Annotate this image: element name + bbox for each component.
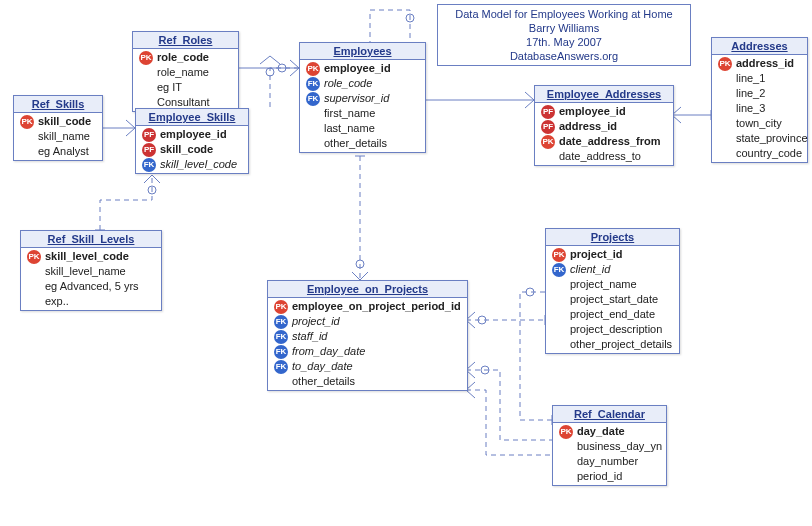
attribute-row: FKskill_level_code <box>136 157 248 172</box>
fk-key-icon: FK <box>274 315 288 329</box>
attribute-row: PKrole_code <box>133 50 238 65</box>
blank-key-icon <box>139 88 153 102</box>
pk-key-icon: PK <box>541 135 555 149</box>
blank-key-icon <box>552 278 566 292</box>
attribute-label: day_number <box>577 454 638 469</box>
attribute-label: day_date <box>577 424 625 439</box>
entity-title-link[interactable]: Addresses <box>731 40 787 52</box>
entity-header: Employee_Skills <box>136 109 248 126</box>
attribute-label: eg Analyst <box>38 144 89 159</box>
entity-header: Addresses <box>712 38 807 55</box>
title-line-4: DatabaseAnswers.org <box>448 49 680 63</box>
attribute-row: eg IT Consultant <box>133 80 238 110</box>
entity-ref-skills: Ref_Skills PKskill_codeskill_nameeg Anal… <box>13 95 103 161</box>
attribute-row: line_2 <box>712 86 807 101</box>
attribute-row: date_address_to <box>535 149 673 164</box>
attribute-label: skill_name <box>38 129 90 144</box>
attribute-row: PFaddress_id <box>535 119 673 134</box>
title-line-1: Data Model for Employees Working at Home <box>448 7 680 21</box>
fk-key-icon: FK <box>306 92 320 106</box>
blank-key-icon <box>20 145 34 159</box>
attribute-label: other_project_details <box>570 337 672 352</box>
blank-key-icon <box>27 287 41 301</box>
entity-header: Ref_Skills <box>14 96 102 113</box>
entity-title-link[interactable]: Ref_Skills <box>32 98 85 110</box>
blank-key-icon <box>552 293 566 307</box>
entity-ref-roles: Ref_Roles PKrole_coderole_nameeg IT Cons… <box>132 31 239 112</box>
attribute-row: project_end_date <box>546 307 679 322</box>
blank-key-icon <box>27 265 41 279</box>
attribute-row: skill_level_name <box>21 264 161 279</box>
attribute-label: last_name <box>324 121 375 136</box>
entity-employees: Employees PKemployee_idFKrole_codeFKsupe… <box>299 42 426 153</box>
svg-point-5 <box>478 316 486 324</box>
attribute-label: role_code <box>157 50 209 65</box>
attribute-label: skill_code <box>160 142 213 157</box>
attribute-label: role_code <box>324 76 372 91</box>
attribute-row: PFemployee_id <box>535 104 673 119</box>
pk-key-icon: PK <box>27 250 41 264</box>
attribute-row: PFemployee_id <box>136 127 248 142</box>
attribute-row: FKfrom_day_date <box>268 344 467 359</box>
attribute-label: employee_id <box>324 61 391 76</box>
attribute-row: period_id <box>553 469 666 484</box>
entity-title-link[interactable]: Employees <box>333 45 391 57</box>
entity-header: Employees <box>300 43 425 60</box>
entity-title-link[interactable]: Ref_Calendar <box>574 408 645 420</box>
attribute-label: to_day_date <box>292 359 353 374</box>
attribute-row: PKskill_level_code <box>21 249 161 264</box>
blank-key-icon <box>552 338 566 352</box>
pf-key-icon: PF <box>541 105 555 119</box>
svg-point-7 <box>481 366 489 374</box>
attribute-row: FKto_day_date <box>268 359 467 374</box>
entity-title-link[interactable]: Projects <box>591 231 634 243</box>
attribute-label: role_name <box>157 65 209 80</box>
attribute-label: other_details <box>292 374 355 389</box>
attribute-label: from_day_date <box>292 344 365 359</box>
attribute-label: period_id <box>577 469 622 484</box>
blank-key-icon <box>306 107 320 121</box>
title-line-3: 17th. May 2007 <box>448 35 680 49</box>
attribute-label: employee_id <box>559 104 626 119</box>
attribute-row: line_3 <box>712 101 807 116</box>
svg-point-2 <box>148 186 156 194</box>
pf-key-icon: PF <box>541 120 555 134</box>
attribute-label: project_id <box>570 247 623 262</box>
entity-title-link[interactable]: Employee_on_Projects <box>307 283 428 295</box>
attribute-row: FKrole_code <box>300 76 425 91</box>
attribute-row: last_name <box>300 121 425 136</box>
attribute-row: PKproject_id <box>546 247 679 262</box>
blank-key-icon <box>306 122 320 136</box>
blank-key-icon <box>718 87 732 101</box>
blank-key-icon <box>552 308 566 322</box>
attribute-label: supervisor_id <box>324 91 389 106</box>
entity-title-link[interactable]: Ref_Roles <box>159 34 213 46</box>
attribute-label: eg Advanced, 5 yrs exp.. <box>45 279 155 309</box>
attribute-label: line_3 <box>736 101 765 116</box>
blank-key-icon <box>718 102 732 116</box>
pk-key-icon: PK <box>718 57 732 71</box>
diagram-title-box: Data Model for Employees Working at Home… <box>437 4 691 66</box>
attribute-label: staff_id <box>292 329 327 344</box>
entity-title-link[interactable]: Employee_Skills <box>149 111 236 123</box>
svg-point-1 <box>266 68 274 76</box>
entity-title-link[interactable]: Ref_Skill_Levels <box>48 233 135 245</box>
blank-key-icon <box>20 130 34 144</box>
attribute-label: project_description <box>570 322 662 337</box>
blank-key-icon <box>541 150 555 164</box>
pk-key-icon: PK <box>274 300 288 314</box>
entity-employee-skills: Employee_Skills PFemployee_idPFskill_cod… <box>135 108 249 174</box>
attribute-row: other_details <box>268 374 467 389</box>
attribute-row: PKday_date <box>553 424 666 439</box>
attribute-row: role_name <box>133 65 238 80</box>
attribute-label: skill_code <box>38 114 91 129</box>
attribute-row: day_number <box>553 454 666 469</box>
attribute-row: line_1 <box>712 71 807 86</box>
attribute-row: PKemployee_on_project_period_id <box>268 299 467 314</box>
attribute-row: FKclient_id <box>546 262 679 277</box>
fk-key-icon: FK <box>274 345 288 359</box>
attribute-label: client_id <box>570 262 610 277</box>
title-line-2: Barry Williams <box>448 21 680 35</box>
entity-title-link[interactable]: Employee_Addresses <box>547 88 661 100</box>
attribute-label: project_id <box>292 314 340 329</box>
